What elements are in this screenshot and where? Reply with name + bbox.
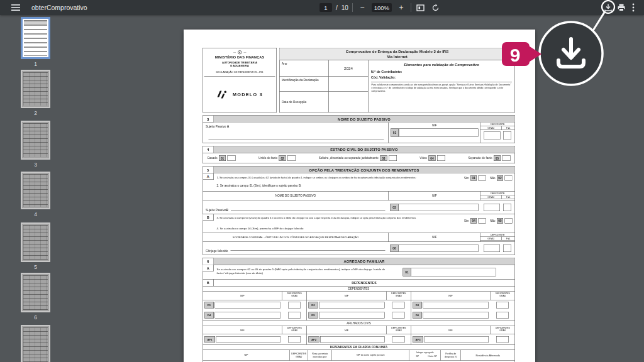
page-thumbnail-label: 5 <box>21 264 50 270</box>
coat-of-arms-icon <box>238 50 242 55</box>
page-number-input[interactable]: 1 <box>319 3 332 12</box>
sim-label: Sim <box>464 177 469 180</box>
thumbnail-preview <box>23 174 48 207</box>
authority-name-2: E ADUANEIRA <box>230 64 249 67</box>
deficientes-header: DEFICIENTES <box>391 327 406 329</box>
zoom-level-input[interactable]: 100% <box>372 3 392 12</box>
toolbar-divider <box>411 3 411 12</box>
sujeito-passivo-b-letter: B <box>226 209 228 212</box>
grau-field <box>288 336 301 343</box>
page-thumbnail-6[interactable] <box>21 273 50 312</box>
field-code: 03 <box>391 204 399 211</box>
solteiro-field <box>389 155 397 161</box>
name-field-line <box>231 210 386 211</box>
field-code: D1 <box>204 302 214 309</box>
field-code: 01 <box>219 155 226 161</box>
nif-header: NIF <box>307 326 386 334</box>
thumbnail-preview <box>24 20 47 56</box>
subsection-a-label: A <box>203 173 214 180</box>
more-options-icon[interactable] <box>628 2 639 13</box>
integra-agregado-header: Integra agregado <box>416 351 433 354</box>
nif-field <box>216 336 281 343</box>
question-3: 3. Se assinalou o campo 04 (viúvo) do qu… <box>217 217 421 220</box>
nif-header: NIF <box>411 292 491 300</box>
pdf-viewer-toolbar: obterComprovativo 1 / 10 − 100% + <box>0 0 644 15</box>
validation-note: Para validar este comprovativo aceda ao … <box>371 82 512 92</box>
nif-field <box>215 312 281 319</box>
grau-field <box>392 336 405 343</box>
grau-header: GRAU <box>396 329 402 332</box>
grau-field <box>288 312 301 319</box>
field-code: D3 <box>413 302 422 309</box>
nif-field <box>425 336 489 343</box>
section-5-tributacao-conjunta: 5 OPÇÃO PELA TRIBUTAÇÃO CONJUNTA DOS REN… <box>203 167 515 255</box>
grau-header: GRAU <box>480 237 502 241</box>
subsection-a-label: A <box>203 265 214 272</box>
sujeito-passivo-a-letter: A <box>227 125 230 129</box>
sociedade-conjugal-header: SOCIEDADE CONJUGAL - ÓBITO DE UM DOS CÔN… <box>203 233 389 242</box>
field-code: 01 <box>470 175 477 181</box>
section-title: NOME DO SUJEITO PASSIVO <box>214 116 515 123</box>
section-title: OPÇÃO PELA TRIBUTAÇÃO CONJUNTA DOS RENDI… <box>214 167 515 173</box>
deficientes-header: DEFICIENTES <box>496 327 510 329</box>
question-4: 4. Se assinalou o campo 04 (Sim), preenc… <box>217 227 304 230</box>
viuvo-field <box>437 155 445 161</box>
name-field-line <box>230 251 385 251</box>
identificacao-label: Identificação da Declaração <box>280 77 329 92</box>
callout-circle <box>540 22 602 85</box>
nif-header: NIF <box>307 292 386 300</box>
print-icon[interactable] <box>616 2 627 13</box>
zoom-in-button[interactable]: + <box>396 2 407 13</box>
nif-field <box>423 312 489 319</box>
fit-page-icon[interactable] <box>415 2 426 13</box>
declaration-type: DECLARAÇÃO DE RENDIMENTOS - IRS <box>216 71 263 74</box>
nif-header: NIF <box>203 292 282 300</box>
deficientes-header: DEFICIENTES <box>287 292 302 295</box>
ministry-box: MINISTÉRIO DAS FINANÇAS AUTORIDADE TRIBU… <box>203 48 277 112</box>
data-rececao-value <box>329 92 369 112</box>
modelo-label: MODELO 3 <box>233 92 263 97</box>
grau-header: GRAU <box>480 195 502 199</box>
fa-header: F.A. <box>502 237 515 241</box>
section-4-estado-civil: 4 ESTADO CIVIL DO SUJEITO PASSIVO Casado… <box>203 146 515 163</box>
page-thumbnail-7[interactable] <box>21 325 50 362</box>
page-thumbnail-3[interactable] <box>21 121 50 160</box>
grau-field <box>496 336 509 343</box>
page-thumbnail-5[interactable] <box>21 222 50 262</box>
pdf-page: MINISTÉRIO DAS FINANÇAS AUTORIDADE TRIBU… <box>184 30 535 362</box>
thumbnail-preview <box>23 225 48 260</box>
fa-header: F.A. <box>502 195 515 199</box>
rotate-icon[interactable] <box>430 2 441 13</box>
grau-header: GRAU <box>480 126 502 130</box>
nif-field <box>215 302 281 309</box>
page-thumbnail-1[interactable] <box>21 17 50 59</box>
ano-label: Ano <box>280 60 329 77</box>
residencia-alternada-header: Residência Alternada <box>461 350 515 361</box>
identificacao-value <box>329 77 369 92</box>
guarda-conjunta-header: NIF DEFICIENTESGRAU Resp. parentais exer… <box>203 350 515 361</box>
zoom-out-button[interactable]: − <box>357 2 368 13</box>
guarda-conjunta-title: DEPENDENTES EM GUARDA CONJUNTA <box>203 345 515 351</box>
nif-header: NIF <box>389 233 480 242</box>
grau-header: GRAU <box>396 295 402 297</box>
at-logo <box>216 90 230 99</box>
deficientes-header: DEFICIENTES <box>287 327 302 329</box>
agregado-text: Se assinalou os campos 02 ou 05 do quadr… <box>217 268 387 275</box>
page-thumbnail-2[interactable] <box>21 70 50 108</box>
field-code: 02 <box>279 155 286 161</box>
grau-header: GRAU <box>291 329 297 332</box>
page-thumbnail-4[interactable] <box>21 172 50 209</box>
nif-field <box>399 129 479 137</box>
separado-facto-label: Separado de facto <box>468 156 492 160</box>
thumbnail-sidebar: 1 2 3 4 5 6 7 <box>0 15 70 362</box>
download-icon[interactable] <box>602 2 614 13</box>
sim-field <box>479 175 486 181</box>
field-code: D4 <box>204 312 214 319</box>
subsection-b-label: B <box>203 280 214 287</box>
subsection-b-label: B <box>203 214 214 221</box>
section-number: 5 <box>203 167 214 173</box>
viuvo-label: Viúvo <box>419 156 427 160</box>
menu-icon[interactable] <box>10 2 21 13</box>
page-thumbnail-label: 1 <box>21 61 50 67</box>
page-separator: / <box>336 4 338 11</box>
